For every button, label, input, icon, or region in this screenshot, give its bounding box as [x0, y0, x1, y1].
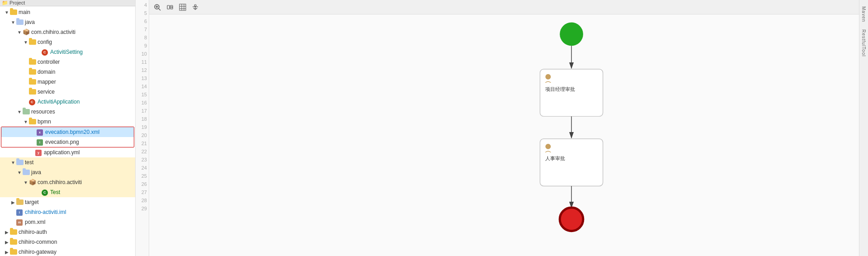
tree-item-testclass[interactable]: C Test: [0, 187, 135, 197]
line-10: 10: [142, 50, 147, 58]
tree-item-package2[interactable]: ▼ 📦 com.chihiro.activiti: [0, 177, 135, 187]
line-26: 26: [142, 180, 147, 188]
xml-icon-bpmn: x: [37, 128, 44, 136]
svg-point-11: [194, 5, 196, 6]
line-24: 24: [142, 164, 147, 172]
label-resources: resources: [31, 109, 55, 115]
restfultool-tab[interactable]: RestfulTool: [860, 27, 867, 59]
line-8: 8: [144, 33, 147, 42]
anchor-button[interactable]: [190, 2, 201, 13]
line-20: 20: [142, 131, 147, 139]
label-bpmn: bpmn: [38, 119, 51, 125]
tree-item-bpmn-png[interactable]: i evecation.png: [1, 137, 134, 147]
label-activitiapplication: ActivitiApplication: [38, 99, 80, 105]
label-testclass: Test: [50, 189, 60, 195]
tree-item-package[interactable]: ▼ 📦 com.chihiro.activiti: [0, 27, 135, 37]
tree-item-resources[interactable]: ▼ resources: [0, 107, 135, 117]
line-21: 21: [142, 139, 147, 147]
folder-main-icon: [10, 9, 17, 16]
zoom-in-button[interactable]: [152, 2, 163, 13]
fit-page-button[interactable]: [165, 2, 175, 13]
svg-text:人事审批: 人事审批: [545, 156, 565, 161]
file-tree[interactable]: ▼ main ▼ java ▼ 📦 com.chihiro.activiti ▼…: [0, 6, 135, 256]
folder-java-icon: [16, 19, 24, 26]
tree-item-common[interactable]: ▶ chihiro-common: [0, 237, 135, 247]
tree-item-target[interactable]: ▶ target: [0, 197, 135, 207]
tree-item-test[interactable]: ▼ test: [0, 157, 135, 167]
folder-config-icon: [29, 38, 36, 46]
diagram-toolbar[interactable]: [149, 0, 859, 14]
anchor-icon: [192, 4, 199, 11]
tree-item-java2[interactable]: ▼ java: [0, 167, 135, 177]
line-25: 25: [142, 172, 147, 180]
label-java2: java: [31, 169, 41, 175]
tree-item-main[interactable]: ▼ main: [0, 7, 135, 17]
tree-item-service[interactable]: service: [0, 87, 135, 97]
project-tree[interactable]: 📁 Project ▼ main ▼ java ▼ 📦 com.chihiro.…: [0, 0, 136, 256]
label-common: chihiro-common: [19, 239, 57, 245]
tree-item-bpmn-xml[interactable]: x evecation.bpmn20.xml: [1, 127, 134, 137]
folder-gateway-icon: [10, 248, 17, 256]
tree-item-gateway[interactable]: ▶ chihiro-gateway: [0, 247, 135, 256]
tree-item-pom[interactable]: m pom.xml: [0, 217, 135, 227]
grid-button[interactable]: [177, 2, 188, 13]
folder-mapper-icon: [29, 78, 36, 85]
label-bpmn-png: evecation.png: [45, 139, 79, 145]
line-17: 17: [142, 107, 147, 115]
tree-item-controller[interactable]: controller: [0, 57, 135, 67]
java-icon-test: C: [42, 189, 49, 196]
yml-icon: y: [35, 149, 42, 156]
label-controller: controller: [38, 59, 60, 65]
line-5: 5: [144, 9, 147, 17]
folder-domain-icon: [29, 68, 36, 76]
line-4: 4: [144, 1, 147, 9]
bpmn-diagram: 项目经理审批 人事审批: [149, 14, 859, 256]
arrow-bpmn: ▼: [23, 119, 29, 124]
tree-item-auth[interactable]: ▶ chihiro-auth: [0, 227, 135, 237]
folder-auth-icon: [10, 228, 17, 236]
tree-item-iml[interactable]: i chihiro-activiti.iml: [0, 207, 135, 217]
line-19: 19: [142, 123, 147, 131]
folder-bpmn-icon: [29, 118, 36, 125]
arrow-java: ▼: [10, 20, 16, 25]
line-29: 29: [142, 204, 147, 213]
tree-item-bpmn[interactable]: ▼ bpmn: [0, 117, 135, 127]
svg-point-16: [545, 74, 551, 80]
maven-label: Maven: [861, 6, 866, 22]
start-node: [560, 23, 583, 46]
line-12: 12: [142, 66, 147, 74]
right-panel[interactable]: Maven RestfulTool: [859, 0, 868, 256]
bpmn-canvas[interactable]: 项目经理审批 人事审批: [149, 14, 859, 256]
arrow-package: ▼: [16, 30, 23, 35]
arrow-test: ▼: [10, 160, 16, 165]
sidebar-header: 📁 Project: [0, 0, 135, 6]
line-6: 6: [144, 17, 147, 25]
label-java: java: [25, 19, 35, 25]
line-22: 22: [142, 147, 147, 156]
tree-item-activitiapplication[interactable]: C ActivitiApplication: [0, 97, 135, 107]
tree-item-mapper[interactable]: mapper: [0, 77, 135, 87]
line-28: 28: [142, 196, 147, 204]
package-icon: 📦: [23, 28, 30, 36]
tree-item-activitisetting[interactable]: C ActivitiSetting: [0, 47, 135, 57]
maven-tab[interactable]: Maven: [860, 4, 867, 25]
java-icon-activitisetting: C: [42, 48, 49, 56]
svg-line-1: [159, 9, 160, 10]
tree-item-yml[interactable]: y application.yml: [0, 147, 135, 157]
line-14: 14: [142, 82, 147, 90]
arrow-config: ▼: [23, 40, 29, 45]
label-mapper: mapper: [38, 79, 56, 85]
folder-target-icon: [16, 199, 24, 206]
png-icon-bpmn: i: [37, 138, 44, 146]
bpmn-selected-group: x evecation.bpmn20.xml i evecation.png: [1, 127, 134, 147]
arrow-main: ▼: [4, 10, 10, 15]
folder-java2-icon: [23, 169, 30, 176]
label-yml: application.yml: [44, 149, 80, 156]
arrow-target: ▶: [10, 200, 16, 205]
line-23: 23: [142, 156, 147, 164]
label-main: main: [19, 9, 30, 15]
tree-item-domain[interactable]: domain: [0, 67, 135, 77]
tree-item-java[interactable]: ▼ java: [0, 17, 135, 27]
tree-item-config[interactable]: ▼ config: [0, 37, 135, 47]
folder-controller-icon: [29, 58, 36, 66]
